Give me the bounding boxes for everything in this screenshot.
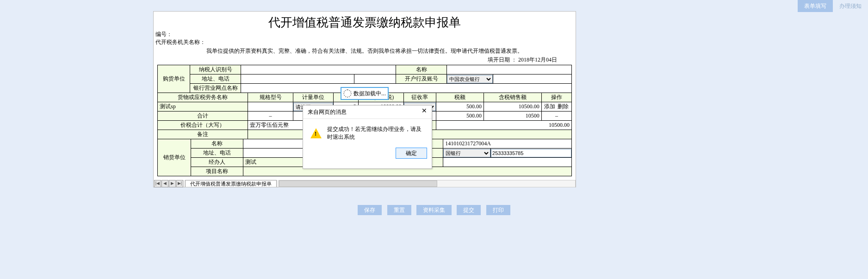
alert-dialog: 来自网页的消息 ✕ 提交成功！若无需继续办理业务，请及时退出系统 确定 [303,105,432,169]
loading-text: 数据加载中... [353,90,386,98]
nav-prev-icon[interactable]: ◀ [161,180,168,187]
remark-label: 备注 [158,130,248,139]
item-goods[interactable]: 测试sp [158,102,248,112]
buyer-taxid-label: 纳税人识别号 [190,65,241,74]
seller-addr-label: 地址、电话 [191,149,243,158]
col-rate: 征收率 [403,93,436,102]
alert-message: 提交成功！若无需继续办理业务，请及时退出系统 [327,125,426,141]
seller-agent-id-value[interactable] [443,158,572,167]
spinner-icon [343,89,352,98]
buyer-addr-label: 地址、电话 [190,74,241,84]
submit-button[interactable]: 提交 [457,205,481,215]
tab-form-fill[interactable]: 表单填写 [798,0,833,12]
sheet-tabbar: |◀ ◀ ▶ ▶| 代开增值税普通发票缴纳税款申报单 [153,180,576,187]
col-unit: 计量单位 [293,93,333,102]
buyer-taxid-value[interactable] [241,65,396,74]
item-total: 10500.00 [484,102,542,112]
reset-button[interactable]: 重置 [387,205,411,215]
buyer-branch-label: 银行营业网点名称 [190,84,241,93]
seller-bank-select[interactable]: 国银行 [443,149,490,157]
serial-label: 编号： [154,31,576,38]
alert-button-row: 确定 [303,146,432,162]
add-row-button[interactable]: 添加 [544,103,556,110]
tab-notice[interactable]: 办理须知 [833,0,868,12]
item-ops: 添加 删除 [541,102,571,112]
col-tax: 税额 [436,93,484,102]
alert-ok-button[interactable]: 确定 [396,148,427,159]
seller-bank-acct-cell [491,149,572,158]
buyer-bank-acct[interactable] [493,74,572,84]
col-ops: 操作 [541,93,571,102]
words-label: 价税合计（大写） [158,121,248,130]
item-spec[interactable] [248,102,293,112]
alert-title: 来自网页的消息 ✕ [303,105,432,119]
col-spec: 规格型号 [248,93,293,102]
buyer-name-value[interactable] [447,65,572,74]
h-scrollbar[interactable] [279,180,576,187]
nav-last-icon[interactable]: ▶| [176,180,183,187]
buyer-bank-select[interactable]: 中国农业银行 [447,75,493,83]
topbar-tabs: 表单填写 办理须知 [798,0,868,12]
item-tax: 500.00 [436,102,484,112]
sum-dash1: – [248,112,293,121]
print-button[interactable]: 打印 [486,205,510,215]
small-value: 10500.00 [436,121,572,130]
collect-button[interactable]: 资料采集 [416,205,452,215]
alert-title-text: 来自网页的消息 [308,109,347,115]
buyer-section-label: 购货单位 [158,65,190,93]
seller-proj-label: 项目名称 [191,167,243,176]
footer-buttons: 保存 重置 资料采集 提交 打印 [0,205,868,215]
sum-dash4: – [541,112,571,121]
col-goods: 货物或应税劳务名称 [158,93,248,102]
sheet-tab[interactable]: 代开增值税普通发票缴纳税款申报单 [185,180,277,187]
seller-agent-label: 经办人 [191,158,243,167]
declaration-text: 我单位提供的开票资料真实、完整、准确，符合有关法律、法规。否则我单位将承担一切法… [154,47,576,55]
delete-row-button[interactable]: 删除 [557,103,569,110]
buyer-addr-value[interactable] [241,74,354,84]
buyer-branch-value[interactable] [241,84,572,93]
buyer-bank-select-cell: 中国农业银行 [447,74,493,84]
fill-date-row: 填开日期 ： 2018年12月04日 [154,56,576,64]
seller-section-label: 销货单位 [158,139,191,176]
alert-body: 提交成功！若无需继续办理业务，请及时退出系统 [303,119,432,146]
col-total: 含税销售额 [484,93,542,102]
buyer-name-label: 名称 [396,65,447,74]
warning-icon [310,128,322,138]
nav-next-icon[interactable]: ▶ [169,180,176,187]
agency-label: 代开税务机关名称： [154,38,576,46]
fill-date-label: 填开日期 ： [488,56,517,63]
sum-total: 10500 [484,112,542,121]
loading-indicator: 数据加载中... [341,87,389,100]
seller-taxid-value: 141010231727004A [443,139,572,149]
sum-tax: 500.00 [436,112,484,121]
buyer-tel-value[interactable] [354,74,396,84]
save-button[interactable]: 保存 [358,205,382,215]
nav-first-icon[interactable]: |◀ [154,180,161,187]
fill-date-value: 2018年12月04日 [518,56,557,63]
seller-bank-select-cell: 国银行 [443,149,491,158]
sum-label: 合计 [158,112,248,121]
seller-name-label: 名称 [191,139,243,149]
page-title: 代开增值税普通发票缴纳税款申报单 [154,14,576,31]
topbar: 表单填写 办理须知 [0,0,868,12]
h-scrollbar-thumb[interactable] [279,180,437,187]
close-icon[interactable]: ✕ [419,106,430,117]
buyer-bank-label: 开户行及账号 [396,74,447,84]
seller-bank-acct-input[interactable] [491,149,571,157]
